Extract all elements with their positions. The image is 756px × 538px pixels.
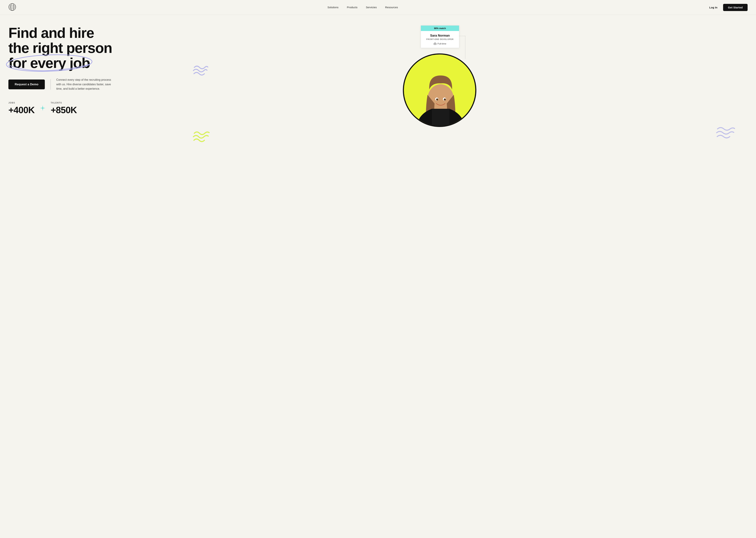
talents-label: TALENTS xyxy=(51,102,77,104)
star-separator xyxy=(39,105,46,112)
demo-button[interactable]: Request a Demo xyxy=(8,80,45,89)
hero-headline: Find and hire the right person for every… xyxy=(8,26,117,71)
get-started-button[interactable]: Get Started xyxy=(723,4,748,11)
hero-right: 98% match Sara Norman FRONT-END DEVELOPE… xyxy=(117,26,748,144)
card-body: Sara Norman FRONT-END DEVELOPER Full-tim… xyxy=(421,31,459,48)
logo[interactable] xyxy=(8,3,16,12)
nav-links: Solutions Products Servicies Resources xyxy=(327,6,398,9)
avatar-circle xyxy=(403,53,476,127)
briefcase-icon xyxy=(434,42,437,45)
hero-left: Find and hire the right person for every… xyxy=(8,26,117,115)
divider xyxy=(50,79,51,90)
nav-solutions[interactable]: Solutions xyxy=(327,6,339,9)
jobs-stat: JOBS +400K xyxy=(8,102,35,115)
squiggle-purple-bottom xyxy=(716,126,735,141)
svg-point-13 xyxy=(436,98,438,100)
connector-line-v xyxy=(465,36,465,59)
nav-servicies[interactable]: Servicies xyxy=(366,6,377,9)
candidate-name: Sara Norman xyxy=(424,34,455,37)
navbar: Solutions Products Servicies Resources L… xyxy=(0,0,756,15)
svg-point-14 xyxy=(444,98,446,100)
squiggle-yellow xyxy=(193,130,210,144)
hero-section: Find and hire the right person for every… xyxy=(0,15,756,538)
jobs-label: JOBS xyxy=(8,102,35,104)
match-badge: 98% match xyxy=(421,26,459,31)
squiggle-purple-top xyxy=(193,64,208,77)
employment-type: Full-time xyxy=(424,42,455,45)
talents-value: +850K xyxy=(51,105,77,115)
headline-every-job: for every job xyxy=(8,56,90,71)
nav-resources[interactable]: Resources xyxy=(385,6,398,9)
candidate-role: FRONT-END DEVELOPER xyxy=(424,38,455,40)
jobs-value: +400K xyxy=(8,105,35,115)
svg-rect-15 xyxy=(432,109,449,127)
profile-card: 98% match Sara Norman FRONT-END DEVELOPE… xyxy=(421,26,459,48)
hero-stats: JOBS +400K TALENTS +850K xyxy=(8,102,117,115)
hero-actions: Request a Demo Connect every step of the… xyxy=(8,78,117,91)
talents-stat: TALENTS +850K xyxy=(51,102,77,115)
nav-actions: Log In Get Started xyxy=(709,4,748,11)
login-button[interactable]: Log In xyxy=(709,6,718,9)
nav-products[interactable]: Products xyxy=(347,6,357,9)
hero-description: Connect every step of the recruiting pro… xyxy=(56,78,112,91)
